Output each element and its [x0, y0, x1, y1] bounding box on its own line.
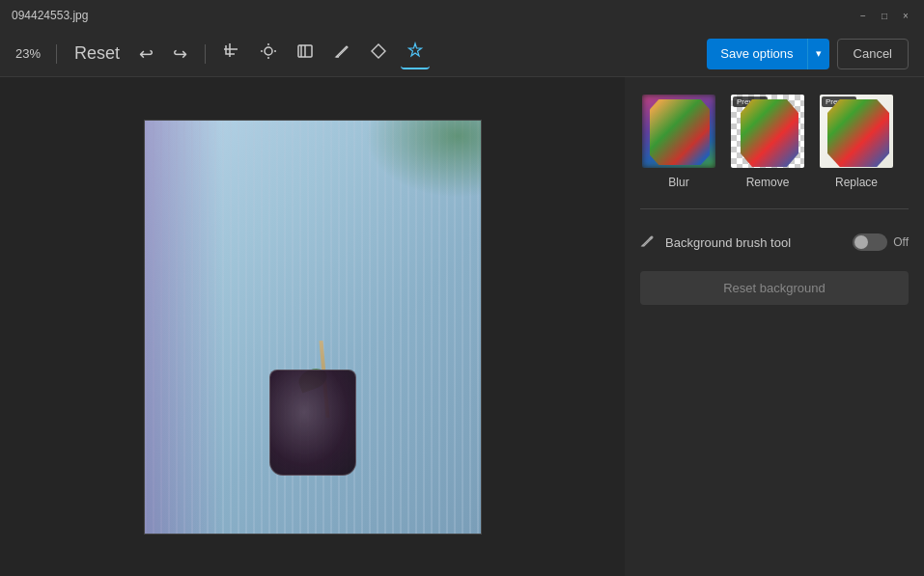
main-image — [144, 120, 482, 535]
maximize-button[interactable]: □ — [878, 9, 891, 22]
background-options: Blur Preview Remove Preview — [640, 93, 909, 189]
canvas-area — [0, 77, 625, 576]
draw-icon — [333, 42, 350, 65]
save-options-group: Save options ▾ — [707, 39, 828, 69]
image-purple-tint — [145, 121, 222, 534]
main-content: Blur Preview Remove Preview — [0, 77, 924, 576]
remove-bg-img: Preview — [731, 95, 804, 168]
chevron-down-icon: ▾ — [816, 47, 822, 60]
svg-point-0 — [265, 47, 272, 55]
remove-parrot-shape — [741, 99, 798, 167]
filter-button[interactable] — [291, 39, 320, 69]
toolbar: 23% Reset ↩ ↪ — [0, 31, 924, 77]
redo-button[interactable]: ↪ — [167, 40, 193, 69]
minimize-button[interactable]: − — [856, 9, 870, 22]
window-title: 094424553.jpg — [12, 9, 88, 22]
toolbar-left: 23% Reset ↩ ↪ — [15, 38, 699, 69]
erase-icon — [370, 42, 387, 65]
toggle-container[interactable]: Off — [853, 233, 909, 251]
replace-bg-img: Preview — [820, 95, 893, 168]
save-dropdown-button[interactable]: ▾ — [807, 39, 829, 69]
svg-point-10 — [642, 245, 645, 247]
bg-option-remove-label: Remove — [746, 176, 790, 189]
image-container — [144, 120, 482, 535]
bg-option-replace-image: Preview — [818, 93, 895, 170]
image-background — [145, 121, 481, 534]
toolbar-divider-2 — [205, 44, 206, 64]
bg-option-blur-label: Blur — [668, 176, 688, 189]
brightness-button[interactable] — [254, 39, 283, 69]
window-controls: − □ × — [856, 9, 912, 22]
toggle-thumb — [854, 235, 868, 249]
draw-button[interactable] — [327, 39, 356, 69]
cancel-button[interactable]: Cancel — [837, 39, 909, 69]
brightness-icon — [260, 42, 277, 65]
right-panel: Blur Preview Remove Preview — [625, 77, 924, 576]
brush-tool-label: Background brush tool — [665, 235, 843, 250]
bg-option-blur-image — [640, 93, 717, 170]
separator-1 — [640, 208, 909, 209]
crop-button[interactable] — [217, 39, 246, 69]
undo-button[interactable]: ↩ — [133, 40, 159, 69]
toolbar-right: Save options ▾ Cancel — [707, 39, 909, 69]
replace-parrot-shape — [827, 99, 889, 167]
reset-background-button[interactable]: Reset background — [640, 271, 909, 305]
brush-tool-toggle[interactable] — [853, 233, 887, 251]
effects-button[interactable] — [401, 38, 430, 69]
bg-option-blur[interactable]: Blur — [640, 93, 717, 189]
image-glass — [269, 370, 356, 476]
toggle-state-label: Off — [893, 235, 909, 249]
crop-icon — [223, 42, 240, 65]
bg-option-remove[interactable]: Preview Remove — [729, 93, 806, 189]
bg-option-replace-label: Replace — [835, 176, 878, 189]
image-green-top — [365, 121, 481, 198]
zoom-level: 23% — [15, 46, 44, 61]
effects-icon — [406, 41, 424, 64]
bg-option-replace[interactable]: Preview Replace — [818, 93, 895, 189]
redo-icon: ↪ — [173, 43, 187, 65]
brush-tool-row: Background brush tool Off — [640, 229, 909, 256]
save-options-button[interactable]: Save options — [707, 39, 806, 69]
filter-icon — [296, 42, 314, 65]
close-button[interactable]: × — [899, 9, 912, 22]
bg-option-remove-image: Preview — [729, 93, 806, 170]
undo-icon: ↩ — [139, 43, 154, 65]
brush-tool-icon — [640, 233, 656, 252]
svg-marker-9 — [372, 44, 385, 58]
toolbar-divider-1 — [56, 44, 57, 64]
erase-button[interactable] — [364, 39, 393, 69]
title-bar: 094424553.jpg − □ × — [0, 0, 924, 31]
reset-button[interactable]: Reset — [69, 40, 126, 68]
